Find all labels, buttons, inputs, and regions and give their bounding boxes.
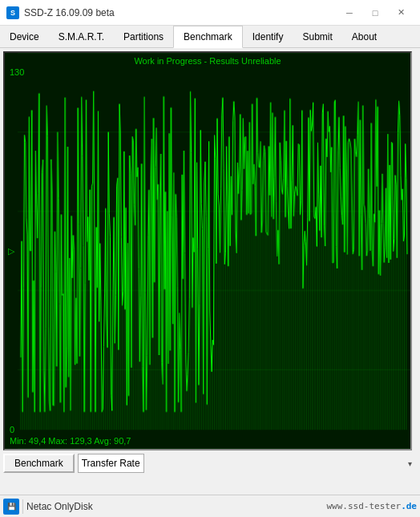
select-arrow-icon: ▾	[408, 459, 412, 468]
app-icon: S	[6, 6, 19, 19]
maximize-button[interactable]: □	[362, 3, 388, 22]
menu-bar: Device S.M.A.R.T. Partitions Benchmark I…	[0, 26, 420, 48]
main-content: Work in Progress - Results Unreliable 13…	[0, 48, 420, 476]
menu-item-benchmark[interactable]: Benchmark	[173, 26, 243, 48]
title-bar-controls: ─ □ ✕	[337, 3, 414, 22]
menu-item-smart[interactable]: S.M.A.R.T.	[49, 26, 114, 47]
chart-stats: Min: 49,4 Max: 129,3 Avg: 90,7	[10, 436, 131, 446]
chart-label-zero: 0	[10, 425, 14, 434]
chart-arrow: ▷	[8, 246, 14, 256]
menu-item-device[interactable]: Device	[0, 26, 49, 47]
status-device-icon: 💾	[3, 499, 19, 515]
menu-item-submit[interactable]: Submit	[293, 26, 341, 47]
benchmark-button[interactable]: Benchmark	[3, 454, 75, 473]
benchmark-type-select[interactable]: Transfer Rate IOPS Access Time	[78, 454, 144, 473]
close-button[interactable]: ✕	[388, 3, 414, 22]
benchmark-row: Benchmark Transfer Rate IOPS Access Time…	[3, 454, 417, 473]
menu-item-identify[interactable]: Identify	[243, 26, 293, 47]
title-bar: S SSD-Z 16.09.09 beta ─ □ ✕	[0, 0, 420, 26]
status-url: www.ssd-tester.de	[326, 501, 417, 511]
window-title: SSD-Z 16.09.09 beta	[24, 7, 115, 18]
benchmark-chart	[5, 53, 410, 449]
status-bar: 💾 Netac OnlyDisk www.ssd-tester.de	[0, 495, 420, 517]
menu-item-partitions[interactable]: Partitions	[114, 26, 173, 47]
minimize-button[interactable]: ─	[337, 3, 362, 22]
menu-item-about[interactable]: About	[342, 26, 386, 47]
chart-title: Work in Progress - Results Unreliable	[134, 56, 281, 66]
title-bar-left: S SSD-Z 16.09.09 beta	[6, 6, 115, 19]
select-wrapper: Transfer Rate IOPS Access Time ▾	[78, 454, 417, 473]
status-divider	[22, 499, 23, 514]
status-device-name: Netac OnlyDisk	[26, 501, 323, 512]
chart-label-max: 130	[10, 67, 24, 77]
chart-area: Work in Progress - Results Unreliable 13…	[3, 51, 412, 450]
